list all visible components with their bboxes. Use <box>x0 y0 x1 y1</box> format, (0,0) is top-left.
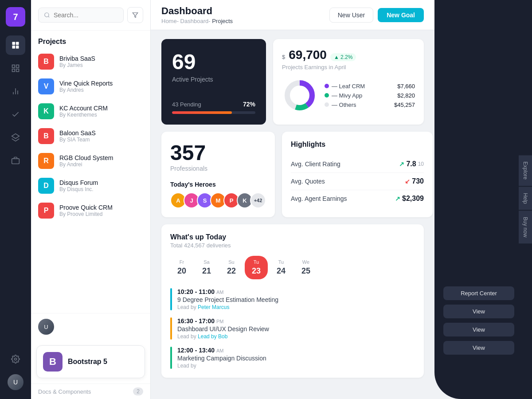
project-by: By Keenthemes <box>59 112 108 118</box>
day-number: 25 <box>301 266 310 276</box>
view-button-3[interactable]: View <box>443 341 514 355</box>
event-ampm: AM <box>216 348 224 353</box>
earnings-badge: ▲ 2.2% <box>330 53 356 61</box>
day-item[interactable]: Tu 23 <box>245 256 268 279</box>
sidebar-search-area <box>31 0 150 31</box>
pending-pct: 72% <box>243 101 255 108</box>
event-time: 10:20 - 11:00 AM <box>177 288 278 295</box>
legend-value: $45,257 <box>394 102 415 108</box>
dashboard-grid: 69 Active Projects 43 Pending 72% $ 69,7… <box>151 30 434 399</box>
event-name: Marketing Campaign Discussion <box>177 355 266 362</box>
project-item[interactable]: B Briviba SaaS By James <box>31 49 150 74</box>
nav-check-icon[interactable] <box>6 105 25 124</box>
project-logo: V <box>38 78 54 94</box>
docs-count: 2 <box>133 387 143 395</box>
row-stats: 69 Active Projects 43 Pending 72% $ 69,7… <box>161 39 424 125</box>
highlights-title: Highlights <box>291 141 424 149</box>
trend-up-icon: ↗ <box>399 160 404 168</box>
pending-label: 43 Pending <box>172 101 201 108</box>
project-name: Disqus Forum <box>59 179 98 186</box>
day-item[interactable]: We 25 <box>294 256 317 279</box>
svg-rect-2 <box>12 46 16 49</box>
search-input-wrapper[interactable] <box>38 8 124 23</box>
nav-settings-icon[interactable] <box>6 349 25 369</box>
project-item[interactable]: B Baloon SaaS By SIA Team <box>31 124 150 149</box>
report-center-button[interactable]: Report Center <box>443 286 514 300</box>
bootstrap-card[interactable]: B Bootstrap 5 <box>36 345 145 378</box>
bootstrap-logo: B <box>43 352 63 372</box>
event-name: 9 Degree Project Estimation Meeting <box>177 296 278 303</box>
day-item[interactable]: Sa 21 <box>195 256 218 279</box>
project-item[interactable]: P Proove Quick CRM By Proove Limited <box>31 198 150 223</box>
event-bar <box>170 347 172 369</box>
earnings-amount: 69,700 <box>289 48 327 62</box>
project-item[interactable]: D Disqus Forum By Disqus Inc. <box>31 173 150 198</box>
new-goal-button[interactable]: New Goal <box>378 8 424 22</box>
heroes-label: Today's Heroes <box>170 181 266 188</box>
legend-label: — Others <box>332 102 356 108</box>
project-name: Vine Quick Reports <box>59 80 113 87</box>
highlights-card: Highlights Avg. Client Rating ↗ 7.8 10 A… <box>282 132 433 217</box>
event-lead: Lead by Lead by Bob <box>177 333 269 340</box>
project-info: KC Account CRM By Keenthemes <box>59 105 108 118</box>
event-item: 16:30 - 17:00 PM Dashboard UI/UX Design … <box>170 317 415 340</box>
event-lead-link[interactable]: Peter Marcus <box>198 304 229 310</box>
trend-down-icon: ↙ <box>405 178 410 185</box>
project-name: Baloon SaaS <box>59 129 96 137</box>
tab-help[interactable]: Help <box>519 187 532 210</box>
project-by: By Disqus Inc. <box>59 186 98 192</box>
view-button-1[interactable]: View <box>443 305 514 318</box>
event-time: 16:30 - 17:00 PM <box>177 317 269 325</box>
project-logo: B <box>38 54 54 70</box>
nav-dashboard-icon[interactable] <box>6 59 25 78</box>
project-info: Proove Quick CRM By Proove Limited <box>59 204 113 217</box>
nav-layers-icon[interactable] <box>6 128 25 147</box>
day-number: 23 <box>252 266 261 276</box>
professionals-label: Professionals <box>170 165 266 172</box>
day-item[interactable]: Tu 24 <box>270 256 293 279</box>
legend-label: — Leaf CRM <box>332 83 365 90</box>
breadcrumb: Home- Dashboard- Projects <box>161 18 233 24</box>
days-row: Fr 20 Sa 21 Su 22 Tu 23 Tu 24 We 25 <box>170 256 415 279</box>
event-bar <box>170 317 172 340</box>
left-navigation: 7 U <box>0 0 31 399</box>
progress-bar <box>172 111 255 114</box>
docs-row[interactable]: Docs & Components 2 <box>31 383 150 399</box>
svg-rect-4 <box>12 65 15 68</box>
bootstrap-label: Bootstrap 5 <box>68 358 107 366</box>
header: Dashboard Home- Dashboard- Projects New … <box>151 0 434 30</box>
calendar-header: What's up Today Total 424,567 deliveries <box>170 233 415 249</box>
project-by: By Andres <box>59 87 113 93</box>
view-button-2[interactable]: View <box>443 323 514 336</box>
nav-chart-icon[interactable] <box>6 82 25 101</box>
project-logo: R <box>38 153 54 169</box>
highlights-list: Avg. Client Rating ↗ 7.8 10 Avg. Quotes … <box>291 156 424 207</box>
project-logo: P <box>38 203 54 219</box>
legend-item: — Others $45,257 <box>325 102 415 108</box>
nav-user-profile-icon[interactable]: U <box>6 372 25 392</box>
earnings-dollar: $ <box>282 54 285 60</box>
event-lead: Lead by <box>177 363 266 369</box>
project-item[interactable]: K KC Account CRM By Keenthemes <box>31 99 150 124</box>
filter-icon <box>132 12 138 18</box>
project-item[interactable]: V Vine Quick Reports By Andres <box>31 74 150 99</box>
day-number: 24 <box>277 266 286 276</box>
project-item[interactable]: R RGB Cloud System By Andrei <box>31 149 150 173</box>
earnings-card: $ 69,700 ▲ 2.2% Projects Earnings in Apr… <box>273 39 424 125</box>
day-item[interactable]: Fr 20 <box>170 256 193 279</box>
tab-buy-now[interactable]: Buy now <box>519 211 532 244</box>
project-name: Briviba SaaS <box>59 55 95 62</box>
event-lead-link[interactable]: Lead by Bob <box>198 333 227 340</box>
new-user-button[interactable]: New User <box>329 8 373 23</box>
search-input[interactable] <box>54 12 118 19</box>
day-item[interactable]: Su 22 <box>220 256 243 279</box>
nav-grid-icon[interactable] <box>6 35 25 55</box>
filter-button[interactable] <box>127 7 143 23</box>
day-number: 21 <box>202 266 211 276</box>
tab-explore[interactable]: Explore <box>519 155 532 186</box>
highlight-label: Avg. Quotes <box>291 178 325 185</box>
header-actions: New User New Goal <box>329 8 424 23</box>
event-item: 10:20 - 11:00 AM 9 Degree Project Estima… <box>170 288 415 310</box>
user-avatar-nav[interactable]: 7 <box>6 7 25 27</box>
nav-briefcase-icon[interactable] <box>6 151 25 170</box>
